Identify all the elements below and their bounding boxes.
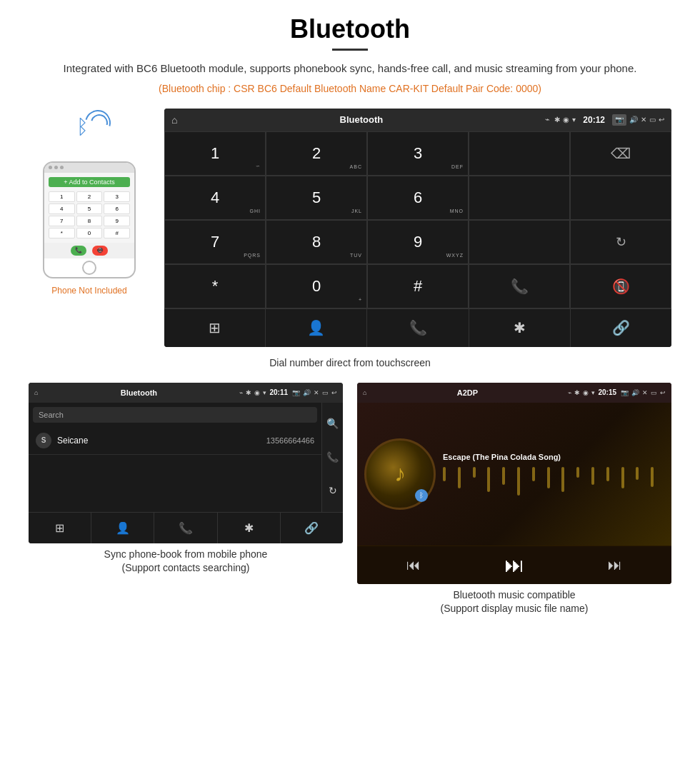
bottom-bluetooth-icon[interactable]: ✱ (469, 309, 571, 347)
phone-key[interactable]: 4 (49, 203, 75, 214)
music-bt-overlay: ᛒ (415, 489, 428, 502)
music-close-icon[interactable]: ✕ (642, 389, 648, 396)
pb-bottom-contacts[interactable]: 👤 (91, 513, 154, 543)
pb-bottom-link[interactable]: 🔗 (281, 513, 343, 543)
pb-bottom-bt[interactable]: ✱ (218, 513, 281, 543)
dial-key-0[interactable]: 0+ (266, 264, 367, 308)
dial-call-button[interactable]: 📞 (469, 264, 570, 308)
dial-key-1[interactable]: 1∽ (164, 131, 266, 176)
pb-bottom-grid[interactable]: ⊞ (29, 513, 91, 543)
eq-bar (547, 467, 550, 488)
dial-empty (570, 176, 671, 220)
music-status-bar: ⌂ A2DP ⌁ ✱ ◉ ▾ 20:15 📷 🔊 ✕ ▭ ↩ (357, 383, 671, 403)
music-cam-icon: 📷 (621, 389, 629, 396)
pb-win-icon[interactable]: ▭ (322, 389, 329, 396)
eq-bar (576, 467, 579, 478)
bottom-person-icon[interactable]: 👤 (266, 309, 367, 347)
music-home-icon[interactable]: ⌂ (363, 389, 366, 396)
bottom-phone-icon[interactable]: 📞 (367, 309, 469, 347)
bottom-grid-icon[interactable]: ⊞ (164, 309, 266, 347)
pb-usb-icon: ⌁ (239, 389, 243, 396)
music-back-icon[interactable]: ↩ (660, 389, 666, 396)
phone-key[interactable]: 8 (76, 216, 103, 226)
dialpad-row-4: * 0+ # 📞 📵 (164, 264, 671, 308)
music-prev-button[interactable]: ⏮ (406, 557, 421, 573)
dial-key-star[interactable]: * (164, 264, 266, 308)
music-win-icon[interactable]: ▭ (651, 389, 657, 396)
phonebook-caption: Sync phone-book from mobile phone (Suppo… (29, 548, 343, 576)
phone-not-included: Phone Not Included (51, 286, 126, 296)
android-bottom-bar: ⊞ 👤 📞 ✱ 🔗 (164, 308, 671, 347)
music-note-icon: ♪ (394, 461, 406, 487)
dial-backspace[interactable]: ⌫ (570, 131, 671, 176)
phone-call-button[interactable]: 📞 (71, 246, 86, 256)
music-controls: ⏮ ⏭ ⏭ (357, 546, 671, 584)
phone-top-bar (44, 163, 134, 173)
pb-close-icon[interactable]: ✕ (314, 389, 319, 396)
bottom-link-icon[interactable]: 🔗 (571, 309, 671, 347)
music-next-button[interactable]: ⏭ (608, 557, 622, 573)
status-time: 20:12 (583, 115, 605, 125)
dial-key-5[interactable]: 5JKL (266, 176, 367, 220)
pb-back-icon[interactable]: ↩ (331, 389, 337, 396)
dial-key-6[interactable]: 6MNO (367, 176, 469, 220)
phone-key[interactable]: 3 (104, 191, 130, 202)
music-loc-icon: ◉ (583, 389, 589, 396)
dialpad-row-1: 1∽ 2ABC 3DEF ⌫ (164, 131, 671, 176)
android-status-bar: ⌂ Bluetooth ⌁ ✱ ◉ ▾ 20:12 📷 🔊 ✕ ▭ ↩ (164, 109, 671, 131)
pb-content: Search S Seicane 13566664466 🔍 📞 ↻ (29, 403, 343, 512)
dial-key-2[interactable]: 2ABC (266, 131, 367, 176)
volume-icon[interactable]: 🔊 (629, 116, 638, 124)
pb-bottom-phone[interactable]: 📞 (154, 513, 217, 543)
home-icon[interactable]: ⌂ (171, 114, 177, 126)
pb-status-bar: ⌂ Bluetooth ⌁ ✱ ◉ ▾ 20:11 📷 🔊 ✕ ▭ ↩ (29, 383, 343, 403)
dial-empty (469, 220, 570, 264)
dial-refresh[interactable]: ↻ (570, 220, 671, 264)
phone-key[interactable]: 5 (76, 203, 103, 214)
pb-refresh-icon[interactable]: ↻ (325, 483, 340, 498)
music-album-art: ♪ ᛒ (364, 438, 436, 510)
window-icon[interactable]: ▭ (649, 116, 656, 124)
camera-icon[interactable]: 📷 (612, 114, 626, 126)
dial-key-3[interactable]: 3DEF (367, 131, 469, 176)
pb-contact-name[interactable]: Seicane (57, 436, 266, 446)
music-usb-icon: ⌁ (568, 389, 571, 396)
dialpad-main: 1∽ 2ABC 3DEF ⌫ 4GHI 5JKL 6MNO (164, 131, 671, 308)
phone-key[interactable]: 2 (76, 191, 103, 202)
dial-key-8[interactable]: 8TUV (266, 220, 367, 264)
pb-contact-phone: 13566664466 (266, 436, 314, 445)
phone-key[interactable]: # (104, 228, 130, 238)
dial-key-9[interactable]: 9WXYZ (367, 220, 469, 264)
phone-add-btn[interactable]: + Add to Contacts (49, 177, 130, 187)
phone-key[interactable]: 7 (49, 216, 75, 226)
phone-bottom: 📞 📵 (44, 243, 134, 258)
phone-key[interactable]: 6 (104, 203, 130, 214)
page-specs: (Bluetooth chip : CSR BC6 Default Blueto… (29, 83, 671, 94)
dial-key-hash[interactable]: # (367, 264, 469, 308)
pb-search-bar[interactable]: Search (33, 407, 317, 423)
dial-end-button[interactable]: 📵 (570, 264, 671, 308)
dial-key-4[interactable]: 4GHI (164, 176, 266, 220)
back-icon[interactable]: ↩ (659, 116, 664, 124)
music-main-content: ♪ ᛒ Escape (The Pina Colada Song) (357, 403, 671, 546)
music-play-button[interactable]: ⏭ (504, 553, 524, 577)
eq-bar (532, 467, 535, 481)
eq-bar (636, 467, 639, 480)
music-screen: ⌂ A2DP ⌁ ✱ ◉ ▾ 20:15 📷 🔊 ✕ ▭ ↩ ♪ (357, 383, 671, 584)
phone-end-button[interactable]: 📵 (92, 246, 108, 256)
page-description: Integrated with BC6 Bluetooth module, su… (29, 61, 671, 77)
pb-contact-row: S Seicane 13566664466 (29, 427, 321, 455)
phone-key[interactable]: * (49, 228, 75, 238)
pb-home-icon[interactable]: ⌂ (34, 389, 38, 396)
phone-key[interactable]: 9 (104, 216, 130, 226)
dial-empty (469, 176, 570, 220)
pb-call-icon[interactable]: 📞 (325, 450, 340, 464)
dial-key-7[interactable]: 7PQRS (164, 220, 266, 264)
pb-loc-icon: ◉ (254, 389, 260, 396)
phone-key[interactable]: 1 (49, 191, 75, 202)
pb-search-icon[interactable]: 🔍 (325, 416, 340, 431)
eq-bar (458, 467, 461, 488)
phone-key[interactable]: 0 (76, 228, 103, 238)
close-icon[interactable]: ✕ (641, 116, 646, 124)
phone-home-button[interactable] (82, 261, 96, 275)
